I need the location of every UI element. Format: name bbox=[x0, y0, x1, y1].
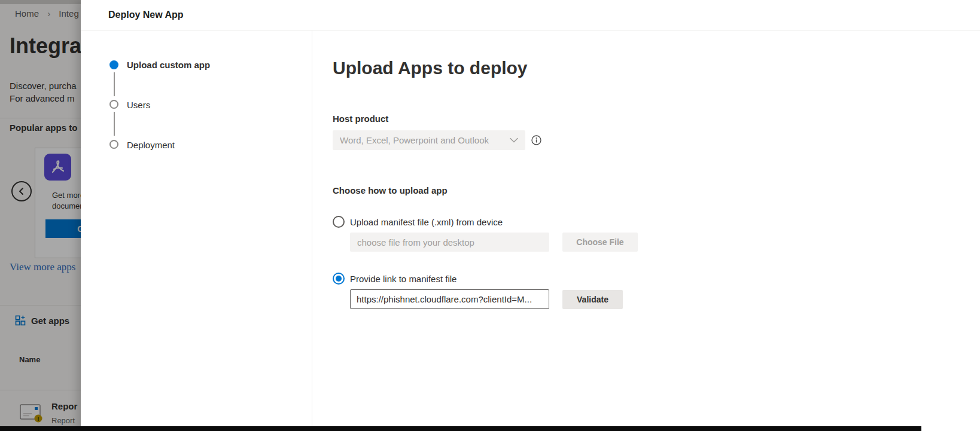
host-product-info-button[interactable] bbox=[531, 135, 541, 145]
choose-file-button[interactable]: Choose File bbox=[562, 233, 638, 252]
step-deployment[interactable]: Deployment bbox=[127, 140, 175, 150]
step-upcoming-dot-icon bbox=[109, 140, 118, 149]
host-product-dropdown[interactable]: Word, Excel, Powerpoint and Outlook bbox=[333, 130, 525, 150]
radio-upload-file-label[interactable]: Upload manifest file (.xml) from device bbox=[350, 217, 503, 227]
deploy-new-app-panel: Deploy New App Upload custom app Users D… bbox=[81, 0, 980, 431]
manifest-url-input[interactable] bbox=[350, 289, 549, 309]
host-product-label: Host product bbox=[333, 114, 388, 124]
radio-provide-link[interactable] bbox=[333, 273, 345, 285]
info-icon bbox=[531, 135, 541, 145]
panel-title: Deploy New App bbox=[108, 10, 184, 20]
host-product-value: Word, Excel, Powerpoint and Outlook bbox=[340, 135, 510, 145]
panel-stepper-divider bbox=[312, 30, 312, 431]
panel-header-divider bbox=[81, 30, 980, 30]
radio-selected-dot-icon bbox=[336, 276, 342, 282]
file-path-input[interactable] bbox=[350, 233, 549, 252]
bottom-edge-bar bbox=[0, 426, 921, 431]
validate-button[interactable]: Validate bbox=[562, 290, 623, 309]
step-active-dot-icon bbox=[109, 60, 118, 69]
radio-upload-file[interactable] bbox=[333, 216, 345, 228]
step-users[interactable]: Users bbox=[127, 100, 150, 110]
screen: Home › Integ Integra Discover, purcha Fo… bbox=[0, 0, 980, 431]
form-heading: Upload Apps to deploy bbox=[333, 58, 528, 78]
radio-provide-link-label[interactable]: Provide link to manifest file bbox=[350, 274, 456, 284]
choose-upload-method-label: Choose how to upload app bbox=[333, 185, 448, 195]
step-upload-custom-app[interactable]: Upload custom app bbox=[127, 60, 210, 70]
step-connector bbox=[114, 112, 115, 136]
step-connector bbox=[114, 72, 115, 96]
chevron-down-icon bbox=[510, 137, 518, 143]
step-upcoming-dot-icon bbox=[109, 100, 118, 109]
